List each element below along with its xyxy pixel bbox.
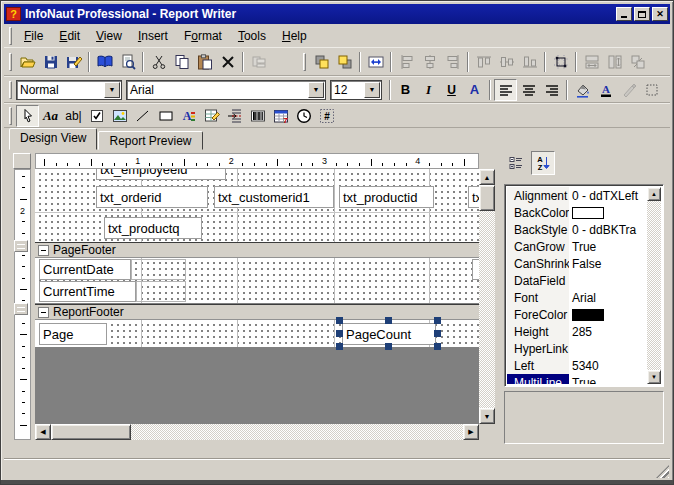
property-row-height[interactable]: Height285 <box>507 323 647 340</box>
richtext-tool-button[interactable]: A <box>177 105 200 127</box>
property-row-backstyle[interactable]: BackStyle0 - ddBKTra <box>507 221 647 238</box>
property-row-left[interactable]: Left5340 <box>507 357 647 374</box>
copy-button[interactable] <box>170 51 193 73</box>
selection-handle[interactable] <box>336 330 343 337</box>
toolbar-grip[interactable] <box>9 53 12 71</box>
cut-button[interactable] <box>147 51 170 73</box>
send-to-back-button[interactable] <box>333 51 356 73</box>
tab-report-preview[interactable]: Report Preview <box>98 131 202 150</box>
selection-handle[interactable] <box>385 317 392 324</box>
property-value[interactable]: 0 - ddTXLeft <box>569 189 647 203</box>
tab-design-view[interactable]: Design View <box>9 128 97 150</box>
band-header-reportfooter[interactable]: ReportFooter <box>35 304 479 320</box>
property-value[interactable]: 0 - ddBKTra <box>569 223 647 237</box>
make-same-width-button[interactable] <box>580 51 603 73</box>
minimize-button[interactable] <box>616 7 632 21</box>
italic-button[interactable]: I <box>417 79 440 101</box>
label-tool-button[interactable]: Aa <box>39 105 62 127</box>
property-row-canshrink[interactable]: CanShrinkFalse <box>507 255 647 272</box>
bring-to-front-button[interactable] <box>310 51 333 73</box>
delete-button[interactable] <box>216 51 239 73</box>
collapse-icon[interactable] <box>38 307 49 318</box>
menu-file[interactable]: File <box>16 27 51 45</box>
menu-format[interactable]: Format <box>176 27 230 45</box>
field-customerid1[interactable]: txt_customerid1 <box>214 186 334 208</box>
scroll-down-button[interactable]: ▼ <box>479 408 495 424</box>
field-pagecount[interactable]: PageCount <box>342 323 436 345</box>
align-right-button[interactable] <box>540 79 563 101</box>
canvas-vertical-scrollbar[interactable]: ▲▼ <box>479 169 495 424</box>
field-ct_box[interactable] <box>136 281 186 302</box>
property-value[interactable]: 285 <box>569 325 647 339</box>
clock-tool-button[interactable] <box>292 105 315 127</box>
checkbox-tool-button[interactable] <box>85 105 108 127</box>
pagebreak-tool-button[interactable] <box>223 105 246 127</box>
font-combobox[interactable]: Arial ▼ <box>126 80 326 100</box>
toolbox-grip[interactable] <box>9 107 12 125</box>
align-rights-button[interactable] <box>441 51 464 73</box>
field-cd_box[interactable] <box>131 259 186 280</box>
paste-button[interactable] <box>193 51 216 73</box>
property-grid-scrollbar[interactable]: ▲▼ <box>647 187 661 384</box>
subreport-tool-button[interactable] <box>200 105 223 127</box>
snap-to-grid-button[interactable] <box>549 51 572 73</box>
chevron-down-icon[interactable]: ▼ <box>104 82 120 98</box>
menu-help[interactable]: Help <box>274 27 315 45</box>
save-button[interactable] <box>39 51 62 73</box>
property-row-cangrow[interactable]: CanGrowTrue <box>507 238 647 255</box>
property-row-forecolor[interactable]: ForeColor <box>507 306 647 323</box>
property-row-hyperlink[interactable]: HyperLink <box>507 340 647 357</box>
property-row-backcolor[interactable]: BackColor <box>507 204 647 221</box>
align-middles-button[interactable] <box>495 51 518 73</box>
close-button[interactable]: ✕ <box>652 7 668 21</box>
align-lefts-button[interactable] <box>395 51 418 73</box>
maximize-button[interactable] <box>634 7 650 21</box>
scrollbar-thumb[interactable] <box>479 185 495 211</box>
property-row-alignment[interactable]: Alignment0 - ddTXLeft <box>507 187 647 204</box>
property-value[interactable]: True <box>569 376 647 385</box>
save-as-button[interactable] <box>62 51 85 73</box>
menu-edit[interactable]: Edit <box>51 27 88 45</box>
band-header-pagefooter[interactable]: PageFooter <box>35 242 479 258</box>
selection-handle[interactable] <box>336 343 343 350</box>
property-row-multiline[interactable]: MultiLineTrue <box>507 374 647 384</box>
property-value[interactable]: True <box>569 240 647 254</box>
scroll-right-button[interactable]: ▶ <box>463 424 479 440</box>
field-currentdate[interactable]: CurrentDate <box>39 259 131 280</box>
align-tops-button[interactable] <box>472 51 495 73</box>
scroll-up-button[interactable]: ▲ <box>647 187 661 201</box>
property-value[interactable]: 5340 <box>569 359 647 373</box>
scroll-down-button[interactable]: ▼ <box>647 370 661 384</box>
chevron-down-icon[interactable]: ▼ <box>308 82 324 98</box>
toolbar-grip[interactable] <box>303 53 306 71</box>
field-tool-button[interactable]: # <box>315 105 338 127</box>
shape-tool-button[interactable] <box>154 105 177 127</box>
field-edge_sliver[interactable] <box>472 259 479 280</box>
font-style-button[interactable]: A <box>463 79 486 101</box>
collapse-icon[interactable] <box>38 245 49 256</box>
style-combobox[interactable]: Normal ▼ <box>16 80 122 100</box>
color-swatch[interactable] <box>572 207 604 219</box>
make-same-size-button[interactable] <box>626 51 649 73</box>
textbox-tool-button[interactable]: ab| <box>62 105 85 127</box>
canvas-horizontal-scrollbar[interactable]: ◀▶ <box>35 424 479 440</box>
report-canvas[interactable]: txt_employeeidtxt_orderidtxt_customerid1… <box>35 169 479 424</box>
selection-handle[interactable] <box>434 330 441 337</box>
barcode-tool-button[interactable] <box>246 105 269 127</box>
align-bottoms-button[interactable] <box>518 51 541 73</box>
format-toolbar-grip[interactable] <box>9 81 12 99</box>
property-value[interactable] <box>569 309 647 321</box>
band-resize-handle[interactable] <box>14 303 28 315</box>
open-button[interactable] <box>16 51 39 73</box>
print-preview-button[interactable] <box>116 51 139 73</box>
align-left-button[interactable] <box>494 79 517 101</box>
selection-handle[interactable] <box>385 343 392 350</box>
menu-view[interactable]: View <box>88 27 130 45</box>
property-value[interactable]: Arial <box>569 291 647 305</box>
calendar-tool-button[interactable]: 7 <box>269 105 292 127</box>
bold-button[interactable]: B <box>394 79 417 101</box>
field-currenttime[interactable]: CurrentTime <box>39 281 136 302</box>
selection-handle[interactable] <box>336 317 343 324</box>
property-row-datafield[interactable]: DataField <box>507 272 647 289</box>
property-value[interactable]: False <box>569 257 647 271</box>
